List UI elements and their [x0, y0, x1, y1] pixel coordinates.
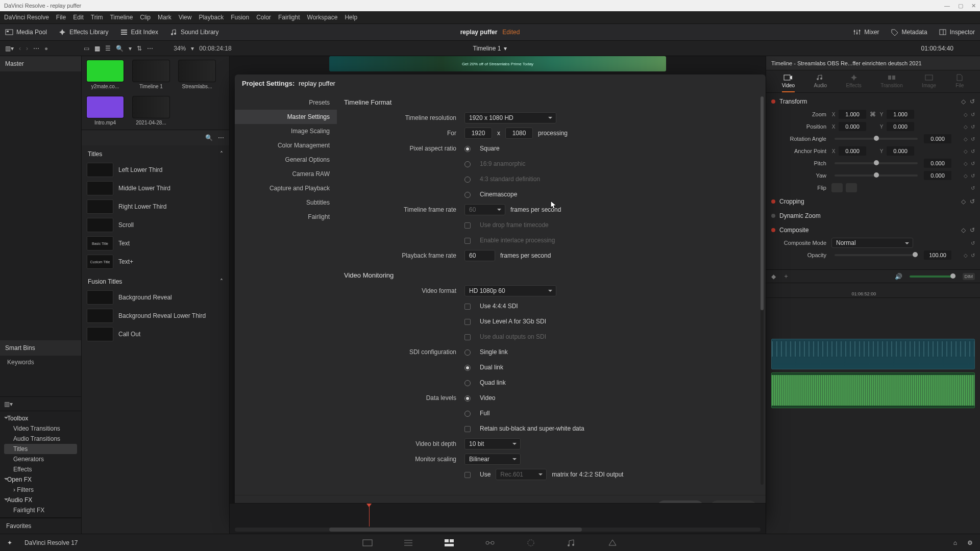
- bit-depth-select[interactable]: 10 bit: [464, 438, 521, 449]
- anchor-y-input[interactable]: 0.000: [887, 146, 914, 156]
- rotation-slider[interactable]: [835, 138, 918, 140]
- record-dot-icon[interactable]: ●: [44, 45, 48, 52]
- keyframe-icon[interactable]: ◇: [964, 161, 968, 166]
- more-icon[interactable]: ⋯: [218, 134, 224, 141]
- reset-icon[interactable]: ↺: [970, 198, 975, 205]
- menu-item[interactable]: Edit: [73, 14, 84, 21]
- settings-nav-item[interactable]: Capture and Playback: [235, 181, 337, 195]
- reset-icon[interactable]: ↺: [971, 161, 975, 166]
- audio-track[interactable]: [771, 372, 975, 408]
- menu-item[interactable]: File: [56, 14, 66, 21]
- speaker-icon[interactable]: 🔊: [895, 273, 902, 280]
- favorites-header[interactable]: Favorites: [0, 518, 81, 534]
- anchor-x-input[interactable]: 0.000: [839, 146, 866, 156]
- media-clip[interactable]: Timeline 1: [133, 60, 169, 89]
- page-fusion-icon[interactable]: [484, 538, 496, 547]
- menu-item[interactable]: Workspace: [307, 14, 338, 21]
- effects-library-toggle[interactable]: Effects Library: [58, 29, 108, 36]
- sound-library-toggle[interactable]: Sound Library: [169, 29, 219, 36]
- bin-view-icon[interactable]: ▥▾: [5, 45, 14, 52]
- timeline-ruler[interactable]: 01:06:52:00: [766, 283, 980, 298]
- keyframe-icon[interactable]: ◇: [964, 112, 968, 117]
- sort-icon[interactable]: ⇅: [137, 45, 142, 52]
- keyframe-icon[interactable]: ◇: [964, 253, 968, 258]
- zoom-y-input[interactable]: 1.000: [887, 110, 914, 119]
- reset-icon[interactable]: ↺: [971, 124, 975, 130]
- pos-x-input[interactable]: 0.000: [839, 122, 866, 131]
- page-deliver-icon[interactable]: [607, 538, 618, 547]
- fusion-title-preset[interactable]: Background Reveal: [86, 288, 225, 307]
- pitch-slider[interactable]: [835, 162, 918, 164]
- chevron-down-icon[interactable]: ▾: [504, 45, 507, 52]
- menu-item[interactable]: Trim: [91, 14, 103, 21]
- fx-generators[interactable]: Generators: [4, 454, 77, 464]
- chevron-down-icon[interactable]: ▾: [129, 45, 132, 52]
- metadata-toggle[interactable]: Metadata: [891, 29, 927, 36]
- titles-category[interactable]: Titles: [88, 151, 102, 158]
- menu-item[interactable]: Mark: [158, 14, 172, 21]
- reset-icon[interactable]: ↺: [971, 148, 975, 154]
- composite-mode-select[interactable]: Normal: [831, 238, 913, 248]
- fx-video-transitions[interactable]: Video Transitions: [4, 423, 77, 434]
- sdi-dual-radio[interactable]: [464, 365, 471, 371]
- view-list-icon[interactable]: ☰: [105, 45, 111, 52]
- add-icon[interactable]: ＋: [783, 272, 789, 281]
- fusion-title-preset[interactable]: Background Reveal Lower Third: [86, 307, 225, 325]
- timeline-name[interactable]: Timeline 1: [473, 45, 501, 52]
- panel-view-icon[interactable]: ▥▾: [4, 400, 13, 408]
- fx-filters[interactable]: › Filters: [4, 485, 77, 495]
- chevron-down-icon[interactable]: ▾: [191, 45, 194, 52]
- flip-h-button[interactable]: [831, 183, 843, 192]
- page-fairlight-icon[interactable]: [566, 538, 577, 547]
- menu-item[interactable]: Fairlight: [278, 14, 300, 21]
- timeline-resolution-select[interactable]: 980 x 551 HD: [464, 112, 556, 123]
- view-film-icon[interactable]: ▭: [84, 45, 89, 52]
- tab-video[interactable]: Video: [782, 74, 795, 90]
- edit-index-toggle[interactable]: Edit Index: [120, 29, 158, 36]
- enable-dot-icon[interactable]: [771, 228, 775, 232]
- reset-icon[interactable]: ↺: [971, 173, 975, 179]
- video-track[interactable]: [771, 339, 975, 369]
- title-preset[interactable]: Left Lower Third: [86, 161, 225, 179]
- par-square-radio[interactable]: [464, 146, 471, 152]
- timeline-scrollbar[interactable]: [235, 528, 761, 532]
- fx-toolbox[interactable]: Toolbox: [4, 413, 77, 423]
- fx-openfx[interactable]: Open FX: [4, 474, 77, 485]
- enable-dot-icon[interactable]: [771, 199, 775, 204]
- settings-nav-item[interactable]: Image Scaling: [235, 124, 337, 138]
- keyframe-icon[interactable]: ◇: [961, 98, 966, 105]
- use-matrix-checkbox[interactable]: [464, 472, 471, 478]
- timeline-area[interactable]: [230, 503, 766, 534]
- page-edit-icon[interactable]: [444, 538, 455, 547]
- more-icon[interactable]: ⋯: [147, 45, 153, 52]
- flip-v-button[interactable]: [846, 183, 857, 192]
- window-close-icon[interactable]: ✕: [971, 3, 976, 9]
- reset-icon[interactable]: ↺: [971, 136, 975, 142]
- levels-full-radio[interactable]: [464, 411, 471, 417]
- inspector-toggle[interactable]: Inspector: [939, 29, 975, 36]
- dim-button[interactable]: DIM: [963, 273, 975, 280]
- tab-audio[interactable]: Audio: [814, 74, 827, 90]
- source-viewer[interactable]: Get 20% off of Streamlabs Prime Today: [329, 56, 666, 71]
- bin-master[interactable]: Master: [0, 56, 81, 71]
- settings-nav-item[interactable]: Master Settings: [235, 110, 337, 124]
- fx-titles[interactable]: Titles: [4, 444, 77, 454]
- opacity-input[interactable]: 100.00: [924, 251, 951, 260]
- search-icon[interactable]: 🔍: [116, 45, 124, 52]
- smart-bins-header[interactable]: Smart Bins: [0, 340, 81, 356]
- fx-audio-transitions[interactable]: Audio Transitions: [4, 434, 77, 444]
- title-preset[interactable]: Middle Lower Third: [86, 179, 225, 197]
- rotation-input[interactable]: 0.000: [924, 134, 951, 143]
- page-media-icon[interactable]: [362, 538, 373, 547]
- reset-icon[interactable]: ↺: [971, 185, 975, 191]
- collapse-icon[interactable]: ˄: [220, 278, 223, 285]
- view-grid-icon[interactable]: ▦: [94, 45, 100, 52]
- page-color-icon[interactable]: [525, 538, 536, 547]
- sdi-single-radio[interactable]: [464, 349, 471, 356]
- yaw-slider[interactable]: [835, 174, 918, 177]
- fx-effects[interactable]: Effects: [4, 464, 77, 474]
- sdi-quad-radio[interactable]: [464, 380, 471, 386]
- keyframe-icon[interactable]: ◇: [964, 173, 968, 179]
- enable-dot-icon[interactable]: [771, 99, 775, 104]
- fx-audiofx[interactable]: Audio FX: [4, 495, 77, 505]
